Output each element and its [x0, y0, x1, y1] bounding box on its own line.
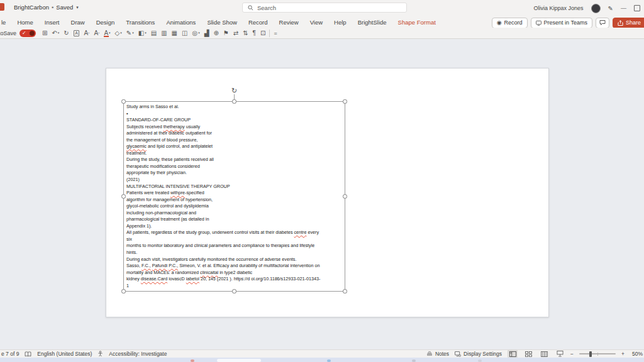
tab-brightslide[interactable]: BrightSlide — [352, 19, 392, 26]
tab-record[interactable]: Record — [243, 19, 274, 26]
record-icon: ◉ — [497, 20, 502, 26]
text-box-icon[interactable]: A — [74, 30, 80, 36]
tab-draw[interactable]: Draw — [65, 19, 91, 26]
saved-status[interactable]: Saved — [56, 4, 73, 11]
tab-file[interactable]: le — [0, 19, 11, 26]
resize-handle-n[interactable] — [232, 99, 236, 104]
pen-icon[interactable]: ✎ — [608, 5, 613, 12]
qat-icons: ⊞↶▾↻AAˆAˇA▾◇▾✎▾◧▾▤▥▦◫◎▾▟⊕⚑⇄⇅¶⊡ — [42, 29, 265, 37]
text-line: therapeutic modifications considered — [126, 163, 346, 170]
tab-design[interactable]: Design — [91, 19, 121, 26]
rotate-objects-icon[interactable]: ⚑ — [223, 30, 229, 37]
text-direction-icon[interactable]: ¶ — [253, 30, 256, 37]
text-line: including non-pharmacological and — [126, 210, 346, 217]
change-shape-icon[interactable]: ◇▾ — [115, 29, 122, 37]
tab-help[interactable]: Help — [328, 19, 352, 26]
shrink-font-icon[interactable]: Aˇ — [94, 30, 99, 37]
undo-icon[interactable]: ↶▾ — [52, 29, 59, 37]
shape-outline-icon[interactable]: ✎▾ — [126, 29, 134, 37]
zoom-slider-knob[interactable] — [589, 351, 592, 357]
insert-chart-icon[interactable]: ▟ — [204, 30, 209, 37]
tab-review[interactable]: Review — [274, 19, 304, 26]
text-line: the management of blood pressure, — [126, 137, 346, 144]
resize-handle-ne[interactable] — [343, 99, 347, 104]
text-line: MULTIFACTORIAL INTENSIVE THERAPY GROUP — [126, 184, 346, 190]
font-color-icon[interactable]: A▾ — [104, 29, 110, 37]
accessibility-status[interactable]: Accessibility: Investigate — [109, 351, 167, 357]
record-button[interactable]: ◉ Record — [492, 18, 528, 28]
text-line: hints. — [126, 250, 346, 256]
resize-handle-sw[interactable] — [121, 289, 126, 293]
restore-button[interactable] — [634, 5, 640, 11]
resize-handle-w[interactable] — [121, 194, 126, 199]
text-line: Patients were treated withpre-specified — [126, 190, 346, 197]
resize-handle-e[interactable] — [343, 194, 347, 199]
search-input[interactable]: Search — [242, 3, 407, 13]
comment-icon — [599, 19, 606, 26]
text-line: Appendix 1). — [126, 223, 346, 230]
minimize-button[interactable]: — — [621, 5, 626, 11]
resize-handle-nw[interactable] — [121, 99, 126, 104]
zoom-slider[interactable] — [579, 353, 616, 354]
zoom-in-button[interactable]: + — [621, 351, 625, 357]
present-in-teams-button[interactable]: Present in Teams — [531, 18, 592, 28]
text-line: glycol-metabolic control and dyslipidemi… — [126, 203, 346, 210]
tab-transitions[interactable]: Transitions — [120, 19, 160, 26]
merge-shapes-icon[interactable]: ◎▾ — [192, 29, 200, 37]
distribute-vertical-icon[interactable]: ⇅ — [243, 30, 248, 37]
taskbar-app-icon — [191, 359, 194, 362]
group-icon[interactable]: ◫ — [182, 30, 187, 37]
slide-sorter-view-button[interactable] — [523, 350, 533, 358]
display-settings-button[interactable]: Display Settings — [455, 351, 502, 357]
notes-toggle[interactable]: Notes — [426, 351, 449, 357]
tab-slide-show[interactable]: Slide Show — [201, 19, 243, 26]
text-line: appropriate by their physician. — [126, 170, 346, 177]
text-line: Sasso, F.C., Pafundi P.C., Simeon, V. et… — [126, 263, 346, 270]
qat-overflow-icon[interactable]: = — [274, 30, 277, 36]
language-indicator[interactable]: English (United States) — [37, 351, 92, 357]
slide-canvas[interactable]: Study arms in Sasso et al.•STANDARD-OF-C… — [106, 68, 549, 317]
align-objects-icon[interactable]: ⊕ — [213, 30, 218, 37]
tab-view[interactable]: View — [304, 19, 328, 26]
chevron-down-icon[interactable]: ▾ — [76, 5, 79, 10]
grow-font-icon[interactable]: Aˆ — [84, 30, 89, 37]
normal-view-button[interactable] — [508, 350, 518, 358]
accessibility-person-icon[interactable] — [97, 351, 103, 357]
resize-handle-s[interactable] — [232, 289, 236, 293]
share-button[interactable]: Share — [613, 18, 644, 28]
reading-view-icon — [541, 351, 548, 357]
ribbon-tabs: leHomeInsertDrawDesignTransitionsAnimati… — [0, 16, 441, 28]
reading-view-button[interactable] — [539, 350, 549, 358]
tab-insert[interactable]: Insert — [39, 19, 65, 26]
text-line: All patients, regardless of the study gr… — [126, 229, 346, 236]
slide-workspace[interactable]: Study arms in Sasso et al.•STANDARD-OF-C… — [0, 39, 644, 349]
send-backward-icon[interactable]: ▥ — [161, 30, 167, 37]
redo-icon[interactable]: ↻ — [64, 30, 69, 37]
search-placeholder: Search — [257, 4, 276, 11]
shape-fill-icon[interactable]: ◧▾ — [138, 29, 147, 37]
paste-icon[interactable]: ⊞ — [42, 30, 47, 37]
text-line: During the study, these patients receive… — [126, 156, 346, 163]
zoom-out-button[interactable]: − — [570, 351, 574, 357]
selected-text-box[interactable]: Study arms in Sasso et al.•STANDARD-OF-C… — [123, 101, 345, 292]
tab-shape-format[interactable]: Shape Format — [392, 19, 441, 26]
ribbon-tab-row: leHomeInsertDrawDesignTransitionsAnimati… — [0, 16, 644, 28]
avatar[interactable] — [591, 4, 601, 13]
tab-animations[interactable]: Animations — [160, 19, 201, 26]
text-line: administered at their diabetic outpatien… — [126, 130, 346, 137]
comments-button[interactable] — [596, 18, 609, 28]
zoom-level[interactable]: 50% — [630, 351, 643, 357]
autosave-toggle[interactable]: ✓ — [19, 30, 36, 37]
distribute-horizontal-icon[interactable]: ⇄ — [233, 30, 238, 37]
spellcheck-book-icon[interactable] — [25, 351, 31, 357]
qat-separator — [269, 30, 270, 37]
tab-home[interactable]: Home — [11, 19, 38, 26]
title-separator: • — [52, 4, 53, 11]
send-to-back-icon[interactable]: ▦ — [172, 30, 177, 37]
rotation-handle-icon[interactable]: ↻ — [231, 87, 238, 94]
resize-handle-se[interactable] — [343, 289, 347, 293]
size-position-icon[interactable]: ⊡ — [260, 30, 265, 37]
text-line: glycaemic and lipid control, and antipla… — [126, 143, 346, 150]
slideshow-view-button[interactable] — [555, 350, 565, 358]
bring-forward-icon[interactable]: ▤ — [151, 30, 157, 37]
